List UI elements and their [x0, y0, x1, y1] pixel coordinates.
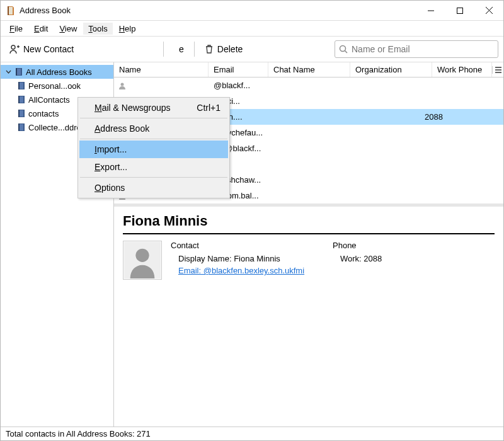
search-icon	[339, 45, 348, 54]
menu-tools[interactable]: Tools	[83, 23, 112, 35]
new-contact-label: New Contact	[23, 44, 74, 54]
svg-point-27	[121, 83, 124, 86]
sidebar-item-label: contacts	[28, 109, 59, 118]
svg-point-4	[11, 45, 15, 49]
avatar	[123, 241, 162, 280]
svg-rect-25	[495, 69, 501, 71]
detail-phone-section: Phone Work: 2088	[333, 241, 495, 280]
email-line[interactable]: Email: @blackfen.bexley.sch.ukfmi	[171, 266, 333, 275]
sidebar-item[interactable]: Personal...ook	[1, 79, 113, 93]
svg-rect-10	[16, 69, 21, 75]
svg-line-8	[345, 51, 348, 54]
menu-item-label: Export...	[94, 162, 127, 172]
menu-item[interactable]: Options	[79, 179, 228, 197]
svg-rect-23	[18, 123, 20, 131]
phone-section-label: Phone	[333, 241, 495, 250]
column-header-email[interactable]: Email	[209, 62, 268, 77]
column-header-name[interactable]: Name	[114, 62, 209, 77]
app-icon	[6, 6, 16, 16]
book-icon	[17, 95, 26, 104]
maximize-button[interactable]	[445, 1, 474, 20]
svg-rect-19	[19, 110, 23, 117]
sidebar-item-label: Personal...ook	[28, 81, 81, 91]
menu-item[interactable]: Import...	[79, 140, 228, 158]
menu-view[interactable]: View	[54, 23, 82, 35]
trash-icon	[205, 45, 214, 54]
menu-item[interactable]: Address Book	[79, 120, 228, 137]
chevron-down-icon	[4, 69, 12, 75]
table-row[interactable]: @blackf...	[114, 77, 503, 93]
menu-item-shortcut: Ctrl+1	[197, 103, 220, 113]
sidebar-item[interactable]: All Address Books	[1, 65, 113, 79]
tools-menu-dropdown: Mail & NewsgroupsCtrl+1Address BookImpor…	[77, 97, 230, 198]
svg-rect-26	[495, 72, 501, 73]
write-button[interactable]: e	[170, 42, 188, 56]
menu-help[interactable]: Help	[114, 23, 141, 35]
column-header-org[interactable]: Organization	[350, 62, 432, 77]
svg-rect-1	[457, 8, 463, 13]
contact-section-label: Contact	[171, 241, 333, 250]
column-picker-button[interactable]	[492, 66, 503, 74]
search-box[interactable]	[335, 40, 498, 58]
book-icon	[17, 123, 26, 132]
toolbar: New Contact New List e Delete	[1, 36, 503, 62]
column-headers: Name Email Chat Name Organization Work P…	[114, 62, 503, 77]
menu-item[interactable]: Mail & NewsgroupsCtrl+1	[79, 99, 228, 117]
sidebar-item-label: All Address Books	[26, 67, 92, 77]
person-icon	[118, 81, 130, 90]
menu-item-label: Address Book	[94, 123, 149, 134]
display-name-line: Display Name: Fiona Minnis	[171, 254, 333, 263]
menu-item-label: Import...	[94, 144, 127, 154]
svg-rect-20	[18, 110, 20, 117]
sidebar-item-label: AllContacts	[28, 95, 70, 105]
detail-contact-name: Fiona Minnis	[123, 213, 495, 234]
search-input[interactable]	[352, 44, 494, 54]
cell-email: @blackf...	[214, 81, 273, 90]
toolbar-separator	[163, 42, 164, 57]
svg-rect-16	[19, 96, 23, 103]
status-bar: Total contacts in All Address Books: 271	[1, 427, 503, 440]
title-bar: Address Book	[1, 1, 503, 21]
svg-rect-11	[16, 68, 17, 76]
svg-point-7	[340, 46, 346, 52]
book-icon	[14, 67, 23, 76]
main-area: All Address BooksPersonal...ookAllContac…	[1, 62, 503, 427]
cell-work: 2088	[425, 112, 503, 122]
book-icon	[17, 81, 26, 90]
column-header-work[interactable]: Work Phone	[432, 62, 492, 77]
menu-bar: FileEditViewToolsHelp	[1, 21, 503, 36]
menu-item[interactable]: Export...	[79, 158, 228, 176]
column-header-chat[interactable]: Chat Name	[268, 62, 350, 77]
window-controls	[416, 1, 503, 20]
close-button[interactable]	[474, 1, 503, 20]
toolbar-separator	[194, 42, 195, 57]
new-contact-icon	[9, 44, 20, 54]
write-label: e	[179, 44, 184, 54]
menu-separator	[80, 139, 227, 139]
minimize-button[interactable]	[416, 1, 445, 20]
svg-rect-13	[19, 83, 23, 89]
menu-file[interactable]: File	[4, 23, 28, 35]
menu-separator	[80, 177, 227, 178]
work-phone-line: Work: 2088	[333, 254, 495, 263]
detail-contact-section: Contact Display Name: Fiona Minnis Email…	[171, 241, 333, 280]
delete-label: Delete	[217, 44, 243, 54]
svg-rect-17	[18, 96, 20, 103]
detail-pane: Fiona Minnis Contact Display Name: Fiona…	[114, 203, 503, 427]
menu-item-label: Mail & Newsgroups	[94, 103, 171, 113]
new-contact-button[interactable]: New Contact	[6, 42, 77, 56]
svg-point-36	[135, 249, 149, 262]
menu-edit[interactable]: Edit	[29, 23, 53, 35]
menu-separator	[80, 118, 227, 118]
svg-rect-22	[19, 124, 23, 130]
status-text: Total contacts in All Address Books: 271	[6, 429, 151, 438]
window-title: Address Book	[20, 6, 416, 15]
menu-item-label: Options	[94, 183, 125, 193]
book-icon	[17, 109, 26, 118]
svg-rect-24	[495, 67, 501, 68]
delete-button[interactable]: Delete	[201, 42, 246, 56]
svg-rect-14	[18, 82, 20, 89]
